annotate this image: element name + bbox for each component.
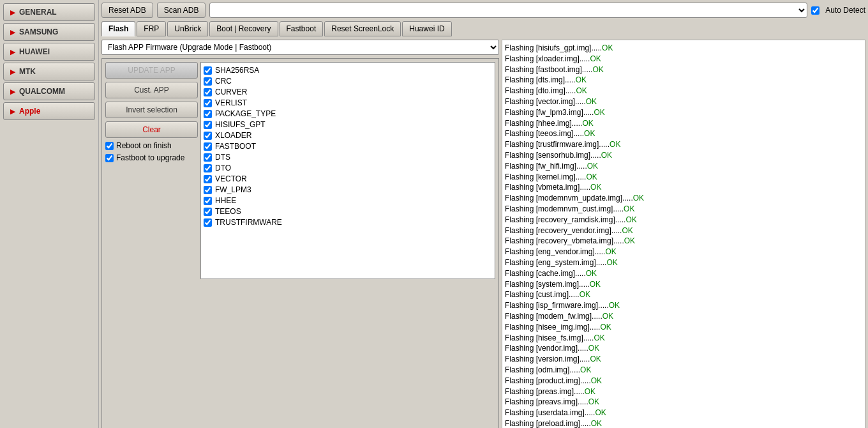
- checklist-checkbox-hhee[interactable]: [204, 197, 212, 205]
- checklist-label-verlist: VERLIST: [215, 98, 247, 107]
- fastboot-to-upgrade-checkbox[interactable]: [105, 154, 114, 162]
- checklist-item: TEEOS: [204, 206, 492, 217]
- fastboot-upgrade-row: Fastboot to upgrade: [105, 153, 198, 162]
- checklist-label-crc: CRC: [215, 77, 232, 86]
- checklist-checkbox-fw_lpm3[interactable]: [204, 186, 212, 194]
- checklist-item: FW_LPM3: [204, 185, 492, 195]
- arrow-icon-qualcomm: ▶: [10, 88, 15, 95]
- main-area: Reset ADB Scan ADB Auto Detect FlashFRPU…: [99, 0, 868, 428]
- log-line: Flashing [recovery_vbmeta.img].....OK: [505, 236, 862, 247]
- checklist-label-hisiufs_gpt: HISIUFS_GPT: [215, 120, 266, 129]
- log-line: Flashing [recovery_vendor.img].....OK: [505, 225, 862, 236]
- checklist-checkbox-curver[interactable]: [204, 88, 212, 96]
- checklist-item: HISIUFS_GPT: [204, 119, 492, 130]
- log-line: Flashing [modem_fw.img].....OK: [505, 311, 862, 322]
- content-wrapper: Flash APP Firmware (Upgrade Mode | Fastb…: [101, 40, 865, 428]
- log-line: Flashing [odm.img].....OK: [505, 365, 862, 376]
- checklist-item: VECTOR: [204, 174, 492, 184]
- checklist-label-sha256rsa: SHA256RSA: [215, 66, 259, 75]
- checklist-label-trustfirmware: TRUSTFIRMWARE: [215, 218, 282, 227]
- checklist-checkbox-vector[interactable]: [204, 175, 212, 183]
- sidebar: ▶GENERAL▶SAMSUNG▶HUAWEI▶MTK▶QUALCOMM▶App…: [0, 0, 99, 428]
- log-line: Flashing [system.img].....OK: [505, 279, 862, 290]
- checklist-checkbox-hisiufs_gpt[interactable]: [204, 121, 212, 129]
- auto-detect-label: Auto Detect: [825, 6, 865, 15]
- tabs-row: FlashFRPUnBrickBoot | RecoveryFastbootRe…: [101, 21, 865, 36]
- log-line: Flashing [fw_lpm3.img].....OK: [505, 107, 862, 118]
- checklist-checkbox-verlist[interactable]: [204, 99, 212, 107]
- tab-boot---recovery[interactable]: Boot | Recovery: [209, 21, 278, 36]
- update-app-button[interactable]: UPDATE APP: [105, 62, 198, 79]
- tab-fastboot[interactable]: Fastboot: [280, 21, 324, 36]
- checklist-label-vector: VECTOR: [215, 174, 247, 183]
- sidebar-item-label-huawei: HUAWEI: [19, 47, 50, 56]
- cust-app-button[interactable]: Cust. APP: [105, 82, 198, 98]
- checklist-checkbox-crc[interactable]: [204, 77, 212, 86]
- sidebar-item-huawei[interactable]: ▶HUAWEI: [3, 43, 95, 61]
- log-line: Flashing [fastboot.img].....OK: [505, 65, 862, 75]
- flash-mode-select[interactable]: Flash APP Firmware (Upgrade Mode | Fastb…: [101, 40, 499, 55]
- log-line: Flashing [cust.img].....OK: [505, 289, 862, 300]
- log-line: Flashing [dts.img].....OK: [505, 75, 862, 86]
- checklist-checkbox-trustfirmware[interactable]: [204, 218, 212, 227]
- reboot-on-finish-checkbox[interactable]: [105, 142, 114, 150]
- checklist-label-fastboot: FASTBOOT: [215, 142, 256, 151]
- log-line: Flashing [preas.img].....OK: [505, 386, 862, 397]
- checklist-item: XLOADER: [204, 130, 492, 141]
- log-line: Flashing [fw_hifi.img].....OK: [505, 161, 862, 172]
- flash-checklist: SHA256RSACRCCURVERVERLISTPACKAGE_TYPEHIS…: [200, 62, 495, 279]
- checklist-item: CRC: [204, 76, 492, 86]
- log-line: Flashing [preavs.img].....OK: [505, 397, 862, 408]
- invert-selection-button[interactable]: Invert selection: [105, 102, 198, 118]
- log-line: Flashing [vector.img].....OK: [505, 96, 862, 107]
- log-line: Flashing [hisee_img.img].....OK: [505, 322, 862, 333]
- flash-left: UPDATE APP Cust. APP Invert selection Cl…: [105, 62, 198, 428]
- checklist-checkbox-teeos[interactable]: [204, 208, 212, 216]
- reset-adb-button[interactable]: Reset ADB: [101, 3, 153, 18]
- checklist-checkbox-sha256rsa[interactable]: [204, 66, 212, 75]
- tab-flash[interactable]: Flash: [101, 21, 135, 36]
- checklist-label-xloader: XLOADER: [215, 131, 251, 140]
- log-line: Flashing [product.img].....OK: [505, 376, 862, 386]
- sidebar-item-qualcomm[interactable]: ▶QUALCOMM: [3, 82, 95, 100]
- checklist-item: VERLIST: [204, 98, 492, 108]
- checklist-label-dts: DTS: [215, 153, 230, 162]
- tab-reset-screenlock[interactable]: Reset ScreenLock: [324, 21, 401, 36]
- sidebar-item-general[interactable]: ▶GENERAL: [3, 3, 95, 21]
- tab-unbrick[interactable]: UnBrick: [167, 21, 208, 36]
- checklist-checkbox-xloader[interactable]: [204, 132, 212, 140]
- sidebar-item-label-apple: Apple: [19, 107, 40, 116]
- log-line: Flashing [dto.img].....OK: [505, 86, 862, 96]
- log-line: Flashing [modemnvm_update.img].....OK: [505, 193, 862, 204]
- sidebar-item-label-qualcomm: QUALCOMM: [19, 87, 65, 96]
- clear-button[interactable]: Clear: [105, 121, 198, 138]
- arrow-icon-mtk: ▶: [10, 68, 15, 75]
- log-line: Flashing [isp_firmware.img].....OK: [505, 300, 862, 311]
- checklist-item: DTO: [204, 163, 492, 173]
- checklist-checkbox-dts[interactable]: [204, 153, 212, 162]
- sidebar-item-label-samsung: SAMSUNG: [19, 27, 58, 36]
- tab-huawei-id[interactable]: Huawei ID: [402, 21, 451, 36]
- sidebar-item-mtk[interactable]: ▶MTK: [3, 63, 95, 80]
- device-select[interactable]: [209, 3, 807, 18]
- arrow-icon-apple: ▶: [10, 108, 15, 115]
- log-line: Flashing [hisiufs_gpt.img].....OK: [505, 43, 862, 54]
- sidebar-item-apple[interactable]: ▶Apple: [3, 102, 95, 120]
- log-line: Flashing [vendor.img].....OK: [505, 343, 862, 354]
- log-line: Flashing [trustfirmware.img].....OK: [505, 139, 862, 150]
- sidebar-item-samsung[interactable]: ▶SAMSUNG: [3, 23, 95, 41]
- arrow-icon-general: ▶: [10, 9, 15, 16]
- scan-adb-button[interactable]: Scan ADB: [157, 3, 206, 18]
- checklist-label-dto: DTO: [215, 164, 231, 172]
- left-section: Flash APP Firmware (Upgrade Mode | Fastb…: [101, 40, 499, 428]
- checklist-checkbox-dto[interactable]: [204, 164, 212, 172]
- sidebar-item-label-mtk: MTK: [19, 67, 36, 76]
- topbar: Reset ADB Scan ADB Auto Detect: [101, 3, 865, 18]
- tab-frp[interactable]: FRP: [137, 21, 166, 36]
- auto-detect-checkbox[interactable]: [811, 6, 819, 15]
- log-line: Flashing [hhee.img].....OK: [505, 118, 862, 129]
- checklist-checkbox-fastboot[interactable]: [204, 142, 212, 151]
- reboot-on-finish-label: Reboot on finish: [116, 141, 172, 150]
- log-line: Flashing [recovery_ramdisk.img].....OK: [505, 215, 862, 225]
- checklist-checkbox-package_type[interactable]: [204, 110, 212, 118]
